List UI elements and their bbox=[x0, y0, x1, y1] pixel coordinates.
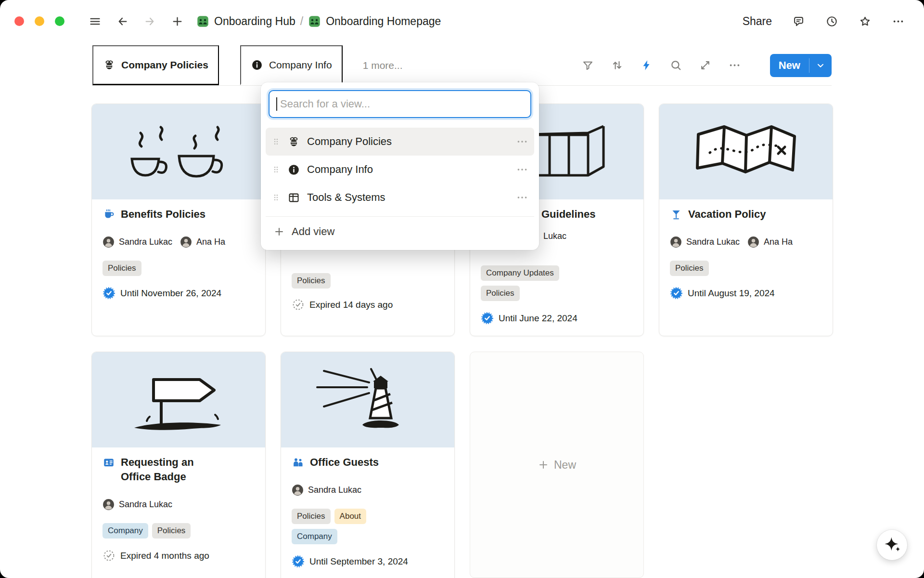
minimize-button[interactable] bbox=[35, 16, 44, 26]
verified-date-icon bbox=[481, 312, 494, 325]
view-item-more-button[interactable] bbox=[516, 163, 528, 176]
info-icon bbox=[287, 163, 300, 176]
drag-handle-icon[interactable] bbox=[271, 135, 281, 148]
ellipsis-icon bbox=[516, 163, 528, 176]
add-view-button[interactable]: Add view bbox=[266, 216, 534, 246]
text-caret bbox=[276, 97, 277, 111]
card-title: Vacation Policy bbox=[688, 207, 766, 222]
onboarding-hub-icon bbox=[196, 15, 209, 28]
drag-handle-icon[interactable] bbox=[271, 191, 281, 204]
person-name: Ana Ha bbox=[196, 237, 225, 247]
card-cover bbox=[659, 104, 833, 199]
view-item-label: Company Info bbox=[307, 163, 373, 176]
filter-button[interactable] bbox=[581, 59, 594, 72]
card-vacation-policy[interactable]: Vacation Policy Sandra Lukac Ana Ha Poli… bbox=[659, 104, 833, 336]
office-badge-icon bbox=[103, 456, 115, 469]
view-toolbar: New bbox=[581, 54, 832, 77]
card-benefits-policies[interactable]: Benefits Policies Sandra Lukac Ana Ha Po… bbox=[91, 104, 266, 336]
tags-row: Company Updates bbox=[481, 265, 633, 281]
favorite-button[interactable] bbox=[859, 15, 872, 28]
coffee-mugs-illustration bbox=[123, 116, 234, 188]
drag-handle-icon[interactable] bbox=[271, 163, 281, 176]
sort-button[interactable] bbox=[611, 59, 624, 72]
ai-assistant-button[interactable] bbox=[877, 530, 907, 560]
chevron-down-icon bbox=[815, 60, 826, 71]
card-cover bbox=[92, 104, 265, 199]
view-menu-item-tools-systems[interactable]: Tools & Systems bbox=[266, 184, 534, 211]
onboarding-homepage-icon bbox=[308, 15, 321, 28]
tag: Policies bbox=[292, 509, 331, 524]
tag: Company Updates bbox=[481, 265, 559, 281]
zoom-button[interactable] bbox=[55, 16, 64, 26]
new-button[interactable]: New bbox=[770, 54, 809, 77]
person-name: Sandra Lukac bbox=[686, 237, 740, 247]
person-name: Ana Ha bbox=[764, 237, 793, 247]
forward-arrow-icon bbox=[143, 15, 156, 28]
view-search-input[interactable] bbox=[269, 90, 531, 118]
tag: Policies bbox=[103, 261, 141, 276]
view-menu-item-company-info[interactable]: Company Info bbox=[266, 156, 534, 184]
new-card-button[interactable]: New bbox=[470, 352, 644, 578]
bee-icon bbox=[103, 59, 116, 71]
sidebar-toggle-button[interactable] bbox=[89, 15, 102, 28]
avatar bbox=[103, 499, 115, 511]
ellipsis-icon bbox=[728, 59, 741, 72]
status-text: Until November 26, 2024 bbox=[120, 288, 221, 299]
tabs-more-button[interactable]: 1 more... bbox=[360, 59, 406, 72]
expired-date-icon bbox=[292, 298, 305, 311]
view-item-more-button[interactable] bbox=[516, 135, 528, 148]
status-row: Until June 22, 2024 bbox=[481, 312, 633, 325]
breadcrumb-item-page[interactable]: Onboarding Homepage bbox=[308, 15, 441, 28]
more-options-button[interactable] bbox=[892, 15, 905, 28]
tag: Company bbox=[292, 529, 337, 544]
plus-icon bbox=[538, 459, 549, 471]
app-window: Onboarding Hub / Onboarding Homepage Sha… bbox=[0, 0, 924, 578]
ellipsis-icon bbox=[892, 15, 905, 28]
new-page-button[interactable] bbox=[171, 15, 184, 28]
expand-button[interactable] bbox=[699, 59, 712, 72]
tag: Policies bbox=[152, 523, 191, 539]
new-dropdown-button[interactable] bbox=[809, 54, 832, 77]
comments-button[interactable] bbox=[792, 15, 805, 28]
forward-button[interactable] bbox=[143, 15, 156, 28]
card-title: Guidelines bbox=[541, 207, 595, 222]
tab-company-info[interactable]: Company Info bbox=[240, 45, 343, 85]
plus-icon bbox=[171, 15, 184, 28]
status-row: Until September 3, 2024 bbox=[292, 555, 444, 568]
view-tab-bar: Company Policies Company Info 1 more... … bbox=[92, 45, 832, 86]
star-icon bbox=[859, 15, 872, 28]
search-button[interactable] bbox=[669, 59, 682, 72]
card-cover bbox=[92, 352, 265, 447]
share-button[interactable]: Share bbox=[743, 15, 772, 28]
view-list: Company Policies Company Info Tools & Sy… bbox=[266, 128, 534, 211]
view-menu-item-company-policies[interactable]: Company Policies bbox=[266, 128, 534, 156]
signpost-illustration bbox=[126, 366, 231, 434]
people-row: Lukac bbox=[543, 231, 633, 241]
view-item-more-button[interactable] bbox=[516, 191, 528, 204]
view-options-button[interactable] bbox=[728, 59, 741, 72]
plus-icon bbox=[273, 226, 285, 237]
breadcrumb-separator: / bbox=[300, 15, 303, 28]
view-switcher-menu: Company Policies Company Info Tools & Sy… bbox=[261, 82, 539, 250]
title-bar: Onboarding Hub / Onboarding Homepage Sha… bbox=[0, 0, 924, 42]
close-button[interactable] bbox=[14, 16, 24, 26]
sort-icon bbox=[611, 59, 624, 72]
card-title-row: Vacation Policy bbox=[670, 207, 822, 222]
updates-button[interactable] bbox=[825, 15, 838, 28]
status-row: Until November 26, 2024 bbox=[103, 287, 255, 300]
tags-row: Policies bbox=[292, 273, 393, 289]
back-button[interactable] bbox=[116, 15, 129, 28]
card-requesting-office-badge[interactable]: Requesting an Office Badge Sandra Lukac … bbox=[91, 352, 266, 578]
tags-row: Policies bbox=[670, 261, 822, 276]
clock-history-icon bbox=[825, 15, 838, 28]
card-office-guests[interactable]: Office Guests Sandra Lukac Policies Abou… bbox=[281, 352, 455, 578]
new-split-button: New bbox=[770, 54, 832, 77]
automations-button[interactable] bbox=[640, 59, 653, 72]
people-row: Sandra Lukac bbox=[292, 484, 444, 496]
bee-icon bbox=[287, 135, 300, 148]
breadcrumb-item-hub[interactable]: Onboarding Hub bbox=[196, 15, 295, 28]
expand-arrows-icon bbox=[699, 59, 712, 72]
tab-company-policies[interactable]: Company Policies bbox=[92, 45, 219, 85]
tag: Policies bbox=[292, 273, 331, 289]
benefits-policies-icon bbox=[103, 208, 115, 221]
